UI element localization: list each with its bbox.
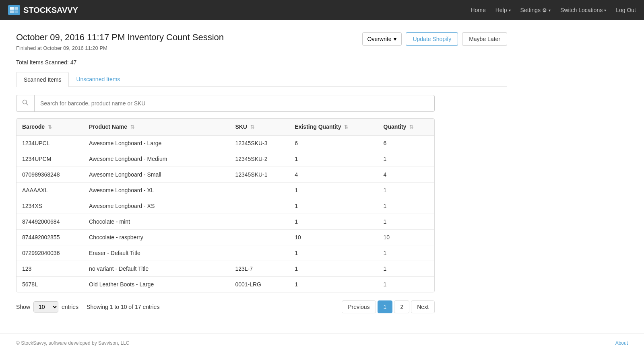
- cell-existing-qty: 1: [289, 277, 378, 292]
- page-header: October 09, 2016 11:17 PM Inventory Coun…: [16, 32, 507, 51]
- table-row: 1234UPCL Awesome Longboard - Large 12345…: [17, 135, 434, 151]
- help-caret-icon: ▾: [509, 8, 511, 12]
- tabs: Scanned Items Unscanned Items: [16, 72, 507, 87]
- page-1-button[interactable]: 1: [378, 300, 393, 313]
- nav-switch-locations[interactable]: Switch Locations ▾: [560, 7, 606, 13]
- cell-qty: 1: [378, 183, 434, 198]
- overwrite-button[interactable]: Overwrite ▾: [362, 32, 402, 46]
- cell-existing-qty: 6: [289, 135, 378, 151]
- cell-barcode: 123: [17, 261, 83, 277]
- col-existing-qty[interactable]: Existing Quantity ⇅: [289, 119, 378, 135]
- svg-line-5: [27, 104, 28, 105]
- cell-qty: 4: [378, 167, 434, 183]
- table-header: Barcode ⇅ Product Name ⇅ SKU ⇅ Existing …: [17, 119, 434, 135]
- entries-info: Showing 1 to 10 of 17 entries: [87, 304, 159, 310]
- cell-sku: [229, 183, 289, 198]
- cell-barcode: 874492000684: [17, 214, 83, 230]
- table-footer: Show 10 25 50 100 entries Showing 1 to 1…: [16, 300, 435, 313]
- cell-product-name: Awesome Longboard - XL: [83, 183, 229, 198]
- svg-rect-0: [10, 7, 14, 10]
- cell-barcode: 072992040036: [17, 245, 83, 261]
- nav-logout[interactable]: Log Out: [616, 7, 636, 13]
- total-items-value: 47: [70, 59, 77, 66]
- search-input[interactable]: [35, 96, 434, 111]
- next-button[interactable]: Next: [411, 300, 435, 313]
- cell-sku: [229, 214, 289, 230]
- cell-product-name: Chocolate - mint: [83, 214, 229, 230]
- tab-unscanned-items[interactable]: Unscanned Items: [69, 72, 127, 87]
- cell-product-name: Awesome Longboard - Small: [83, 167, 229, 183]
- table-row: 874492002855 Chocolate - raspberry 10 10: [17, 230, 434, 245]
- header-actions: Overwrite ▾ Update Shopify Maybe Later: [362, 32, 507, 46]
- brand-logo[interactable]: STOCKSAVVY: [8, 5, 78, 15]
- cell-barcode: AAAAAXL: [17, 183, 83, 198]
- col-product-name[interactable]: Product Name ⇅: [83, 119, 229, 135]
- cell-existing-qty: 1: [289, 183, 378, 198]
- maybe-later-button[interactable]: Maybe Later: [462, 32, 507, 46]
- cell-sku: 12345SKU-3: [229, 135, 289, 151]
- cell-sku: [229, 245, 289, 261]
- main-content: October 09, 2016 11:17 PM Inventory Coun…: [0, 20, 523, 321]
- items-table: Barcode ⇅ Product Name ⇅ SKU ⇅ Existing …: [16, 118, 435, 292]
- update-shopify-button[interactable]: Update Shopify: [406, 32, 458, 46]
- navbar: STOCKSAVVY Home Help ▾ Settings ⚙ ▾ Swit…: [0, 0, 644, 20]
- product-name-sort-icon: ⇅: [130, 124, 134, 130]
- nav-links: Home Help ▾ Settings ⚙ ▾ Switch Location…: [471, 7, 636, 13]
- cell-product-name: Awesome Longboard - Medium: [83, 151, 229, 167]
- overwrite-caret-icon: ▾: [394, 36, 396, 42]
- page-2-button[interactable]: 2: [394, 300, 409, 313]
- table-row: 5678L Old Leather Boots - Large 0001-LRG…: [17, 277, 434, 292]
- page-subtitle: Finished at October 09, 2016 11:20 PM: [16, 45, 224, 51]
- nav-home[interactable]: Home: [471, 7, 485, 13]
- cell-barcode: 070989368248: [17, 167, 83, 183]
- entries-select[interactable]: 10 25 50 100: [33, 301, 58, 313]
- cell-existing-qty: 1: [289, 198, 378, 214]
- cell-product-name: Chocolate - raspberry: [83, 230, 229, 245]
- cell-qty: 10: [378, 230, 434, 245]
- table-row: 1234XS Awesome Longboard - XS 1 1: [17, 198, 434, 214]
- table-row: 874492000684 Chocolate - mint 1 1: [17, 214, 434, 230]
- previous-button[interactable]: Previous: [342, 300, 376, 313]
- total-items-label: Total Items Scanned:: [16, 59, 69, 66]
- pagination: Previous 1 2 Next: [342, 300, 435, 313]
- cell-product-name: Awesome Longboard - XS: [83, 198, 229, 214]
- svg-rect-3: [14, 10, 18, 13]
- col-sku[interactable]: SKU ⇅: [229, 119, 289, 135]
- cell-barcode: 874492002855: [17, 230, 83, 245]
- cell-qty: 1: [378, 261, 434, 277]
- cell-product-name: Awesome Longboard - Large: [83, 135, 229, 151]
- nav-help[interactable]: Help ▾: [495, 7, 511, 13]
- table-row: 1234UPCM Awesome Longboard - Medium 1234…: [17, 151, 434, 167]
- cell-existing-qty: 1: [289, 245, 378, 261]
- entries-label: entries: [62, 304, 78, 310]
- svg-rect-1: [14, 7, 18, 10]
- table-row: AAAAAXL Awesome Longboard - XL 1 1: [17, 183, 434, 198]
- page-footer: © StockSavvy, software developed by Savv…: [0, 333, 644, 352]
- cell-barcode: 1234UPCM: [17, 151, 83, 167]
- cell-sku: 0001-LRG: [229, 277, 289, 292]
- cell-qty: 1: [378, 151, 434, 167]
- cell-barcode: 1234UPCL: [17, 135, 83, 151]
- cell-qty: 6: [378, 135, 434, 151]
- cell-sku: [229, 230, 289, 245]
- col-barcode[interactable]: Barcode ⇅: [17, 119, 83, 135]
- cell-qty: 1: [378, 277, 434, 292]
- about-link[interactable]: About: [615, 340, 628, 346]
- cell-existing-qty: 1: [289, 151, 378, 167]
- cell-barcode: 1234XS: [17, 198, 83, 214]
- nav-settings[interactable]: Settings ⚙ ▾: [520, 7, 551, 13]
- table-body: 1234UPCL Awesome Longboard - Large 12345…: [17, 135, 434, 292]
- col-qty[interactable]: Quantity ⇅: [378, 119, 434, 135]
- cell-existing-qty: 1: [289, 261, 378, 277]
- page-title: October 09, 2016 11:17 PM Inventory Coun…: [16, 32, 224, 43]
- qty-sort-icon: ⇅: [409, 124, 413, 130]
- cell-sku: 123L-7: [229, 261, 289, 277]
- cell-barcode: 5678L: [17, 277, 83, 292]
- settings-caret-icon: ▾: [549, 8, 551, 12]
- brand-icon: [8, 5, 20, 15]
- cell-existing-qty: 10: [289, 230, 378, 245]
- settings-gear-icon: ⚙: [542, 7, 547, 13]
- switch-locations-caret-icon: ▾: [604, 8, 606, 12]
- cell-product-name: Eraser - Default Title: [83, 245, 229, 261]
- tab-scanned-items[interactable]: Scanned Items: [16, 72, 69, 87]
